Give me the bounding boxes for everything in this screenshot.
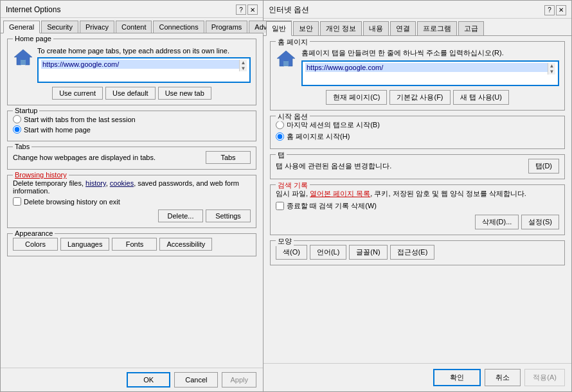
- right-settings-button[interactable]: 설정(S): [521, 215, 559, 229]
- tabs-button[interactable]: Tabs: [206, 151, 251, 164]
- fonts-button[interactable]: Fonts: [112, 238, 157, 251]
- delete-history-checkbox[interactable]: [13, 197, 21, 206]
- home-page-desc: To create home page tabs, type each addr…: [37, 47, 251, 55]
- accessibility-button[interactable]: Accessibility: [159, 238, 212, 251]
- settings-button[interactable]: Settings: [206, 209, 251, 222]
- right-url-box: ▲ ▼: [301, 60, 559, 86]
- right-browsing-label: 검색 기록: [276, 181, 310, 190]
- right-delete-history-checkbox[interactable]: [276, 202, 284, 210]
- browsing-history-desc: Delete temporary files, history, cookies…: [13, 179, 251, 195]
- home-url-input[interactable]: [41, 60, 239, 69]
- right-cancel-button[interactable]: 취소: [485, 369, 521, 386]
- home-page-buttons: Use current Use default Use new tab: [13, 87, 251, 100]
- right-startup-radio2[interactable]: [276, 132, 284, 141]
- right-ok-button[interactable]: 확인: [433, 369, 481, 386]
- startup-radio2[interactable]: [13, 125, 21, 134]
- right-home-buttons: 현재 페이지(C) 기본값 사용(F) 새 탭 사용(U): [276, 90, 559, 105]
- right-title: 인터넷 옵션: [269, 4, 309, 15]
- right-accessibility-button[interactable]: 접근성(E): [390, 245, 435, 260]
- right-home-page-section: 홈 페이지 홈페이지 탭을 만들려면 한 줄에 하나씩 주소를 입력하십시오(R…: [270, 41, 565, 111]
- right-home-row: 홈페이지 탭을 만들려면 한 줄에 하나씩 주소를 입력하십시오(R). ▲ ▼: [276, 48, 559, 86]
- right-colors-button[interactable]: 색(O): [276, 245, 307, 260]
- right-title-bar: 인터넷 옵션 ? ✕: [264, 1, 571, 19]
- tab-connections[interactable]: Connections: [153, 21, 204, 33]
- right-startup-section: 시작 옵션 마지막 세션의 탭으로 시작(B) 홈 페이지로 시작(H): [270, 116, 565, 149]
- right-startup-label: 시작 옵션: [276, 112, 310, 121]
- right-panel: 인터넷 옵션 ? ✕ 일반 보안 개인 정보 내용 연결 프로그램 고급 홈 페…: [264, 0, 572, 392]
- tabs-desc: Change how webpages are displayed in tab…: [13, 154, 156, 161]
- right-fonts-button[interactable]: 글꼴(N): [349, 245, 387, 260]
- left-help-button[interactable]: ?: [236, 4, 246, 15]
- scroll-down-arrow[interactable]: ▼: [241, 66, 246, 71]
- right-startup-radio2-label: 홈 페이지로 시작(H): [287, 132, 350, 141]
- right-startup-radio1[interactable]: [276, 121, 284, 129]
- right-tab-connections[interactable]: 연결: [390, 21, 416, 35]
- right-tab-security[interactable]: 보안: [293, 21, 319, 35]
- colors-button[interactable]: Colors: [13, 238, 58, 251]
- right-tab-programs[interactable]: 프로그램: [417, 21, 457, 35]
- right-use-default-button[interactable]: 기본값 사용(F): [389, 90, 450, 105]
- right-tab-content[interactable]: 내용: [363, 21, 389, 35]
- right-title-buttons: ? ✕: [544, 5, 566, 15]
- right-use-new-tab-button[interactable]: 새 탭 사용(U): [453, 90, 509, 105]
- left-bottom-buttons: OK Cancel Apply: [1, 368, 263, 391]
- right-scroll-down-arrow[interactable]: ▼: [550, 69, 555, 75]
- scroll-up-arrow[interactable]: ▲: [241, 60, 246, 66]
- right-tab-general[interactable]: 일반: [266, 21, 292, 36]
- right-help-button[interactable]: ?: [544, 5, 555, 15]
- right-url-scrollbar: ▲ ▼: [548, 63, 555, 75]
- left-title: Internet Options: [6, 5, 60, 14]
- tab-general[interactable]: General: [3, 21, 40, 33]
- appearance-buttons: Colors Languages Fonts Accessibility: [13, 238, 251, 251]
- left-panel: Internet Options ? ✕ General Security Pr…: [0, 0, 264, 392]
- tab-programs[interactable]: Programs: [206, 21, 248, 33]
- delete-history-checkbox-row: Delete browsing history on exit: [13, 197, 251, 206]
- right-bottom-buttons: 확인 취소 적용(A): [264, 363, 571, 391]
- left-title-buttons: ? ✕: [236, 4, 258, 15]
- right-delete-button[interactable]: 삭제(D)...: [475, 215, 519, 229]
- tab-content[interactable]: Content: [116, 21, 152, 33]
- right-scroll-up-arrow[interactable]: ▲: [550, 63, 555, 69]
- cancel-button[interactable]: Cancel: [174, 372, 218, 388]
- appearance-label: Appearance: [13, 229, 55, 237]
- right-browsing-buttons: 삭제(D)... 설정(S): [276, 215, 559, 229]
- left-content: Home page To create home page tabs, type…: [1, 33, 263, 368]
- delete-button[interactable]: Delete...: [158, 209, 203, 222]
- right-tabs-bar: 일반 보안 개인 정보 내용 연결 프로그램 고급: [264, 19, 571, 36]
- apply-button[interactable]: Apply: [222, 372, 256, 388]
- use-current-button[interactable]: Use current: [52, 87, 103, 100]
- right-tab-privacy[interactable]: 개인 정보: [320, 21, 362, 35]
- ok-button[interactable]: OK: [127, 372, 170, 388]
- right-tabs-section: 탭 탭 사용에 관련된 옵션을 변경합니다. 탭(D): [270, 154, 565, 179]
- use-new-tab-button[interactable]: Use new tab: [158, 87, 211, 100]
- right-tab-advanced[interactable]: 고급: [458, 21, 484, 35]
- appearance-section: Appearance Colors Languages Fonts Access…: [7, 233, 256, 256]
- browsing-history-label: Browsing history: [13, 171, 69, 179]
- right-tabs-section-row: 탭 사용에 관련된 옵션을 변경합니다. 탭(D): [276, 159, 559, 174]
- right-appearance-buttons: 색(O) 언어(L) 글꼴(N) 접근성(E): [276, 245, 559, 260]
- right-history-link[interactable]: 열어본 페이지 목록: [310, 190, 370, 197]
- right-close-button[interactable]: ✕: [556, 5, 566, 15]
- cookies-link[interactable]: cookies: [110, 179, 134, 187]
- startup-radio1[interactable]: [13, 115, 21, 123]
- use-default-button[interactable]: Use default: [105, 87, 156, 100]
- tab-security[interactable]: Security: [41, 21, 78, 33]
- startup-radio2-label: Start with home page: [24, 126, 91, 134]
- languages-button[interactable]: Languages: [60, 238, 109, 251]
- right-home-desc: 홈페이지 탭을 만들려면 한 줄에 하나씩 주소를 입력하십시오(R).: [301, 48, 559, 58]
- history-link[interactable]: history: [85, 179, 106, 187]
- left-title-bar: Internet Options ? ✕: [1, 1, 263, 18]
- left-close-button[interactable]: ✕: [247, 4, 258, 15]
- right-startup-radio1-row: 마지막 세션의 탭으로 시작(B): [276, 120, 559, 130]
- right-languages-button[interactable]: 언어(L): [310, 245, 346, 260]
- right-appearance-section: 모양 색(O) 언어(L) 글꼴(N) 접근성(E): [270, 240, 565, 265]
- right-apply-button[interactable]: 적용(A): [524, 369, 565, 386]
- right-startup-radio2-row: 홈 페이지로 시작(H): [276, 132, 559, 141]
- right-url-input[interactable]: [305, 63, 548, 72]
- browsing-history-section: Browsing history Delete temporary files,…: [7, 175, 256, 228]
- right-house-icon: [276, 48, 296, 69]
- tab-privacy[interactable]: Privacy: [80, 21, 114, 33]
- right-tabs-button[interactable]: 탭(D): [528, 159, 559, 174]
- left-tabs-bar: General Security Privacy Content Connect…: [1, 18, 263, 33]
- right-use-current-button[interactable]: 현재 페이지(C): [326, 90, 387, 105]
